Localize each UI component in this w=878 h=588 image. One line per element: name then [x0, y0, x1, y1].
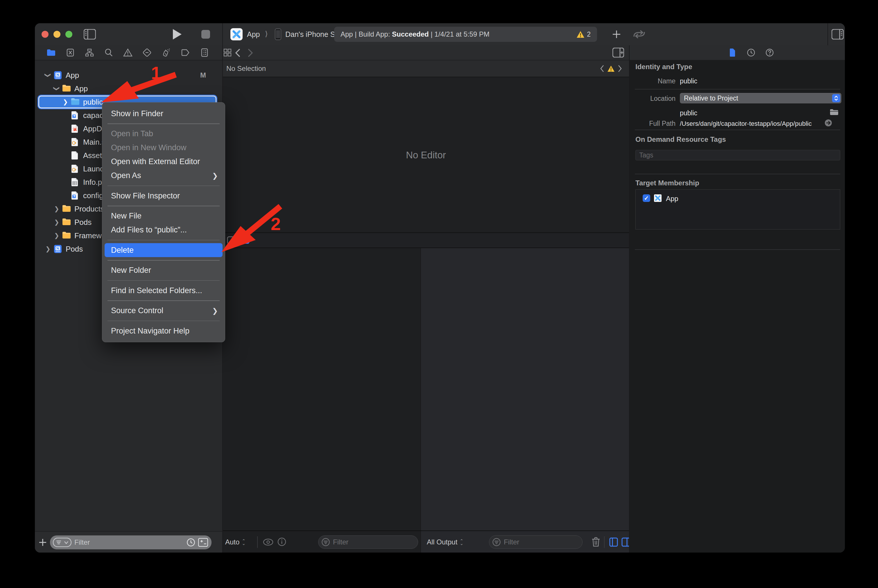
target-membership-header: Target Membership: [635, 179, 699, 187]
menu-item-open-with-external-editor[interactable]: Open with External Editor: [102, 155, 225, 169]
scope-updown-icon: ⌃⌄: [460, 540, 464, 545]
menu-item-source-control[interactable]: Source Control❯: [102, 304, 225, 318]
test-navigator-icon[interactable]: [143, 48, 152, 57]
disclosure-chevron-icon[interactable]: ❯: [45, 246, 51, 252]
disclosure-chevron-icon[interactable]: ❯: [62, 99, 69, 105]
doc-plist-icon: [71, 178, 80, 186]
scheme-app-icon[interactable]: [230, 28, 243, 40]
menu-item-label: Add Files to “public”...: [111, 225, 187, 234]
name-value[interactable]: public: [680, 77, 697, 85]
filter-icon: [492, 538, 501, 546]
device-iphone-icon[interactable]: [275, 28, 281, 40]
run-destination[interactable]: Dan's iPhone SE: [285, 30, 340, 39]
report-navigator-icon[interactable]: [200, 48, 209, 57]
debug-area-toolbar: Auto ⌃⌄ Filter All Output ⌃⌄ Filt: [223, 531, 629, 552]
target-app-icon: [654, 194, 662, 202]
view-mode-eye-icon[interactable]: [263, 538, 273, 546]
menu-item-delete[interactable]: Delete: [105, 243, 222, 257]
add-file-icon[interactable]: [38, 538, 47, 547]
doc-storyboard-icon: [71, 164, 80, 173]
menu-item-show-file-inspector[interactable]: Show File Inspector: [102, 189, 225, 203]
menu-item-open-as[interactable]: Open As❯: [102, 169, 225, 183]
menu-item-label: Find in Selected Folders...: [111, 286, 202, 295]
menu-item-new-file[interactable]: New File: [102, 209, 225, 223]
minimize-window-button[interactable]: [54, 31, 60, 38]
toggle-variables-view-icon[interactable]: [609, 537, 618, 547]
filter-icon: [321, 538, 330, 546]
tab-overview-icon[interactable]: [632, 30, 646, 39]
next-issue-icon[interactable]: [618, 65, 622, 72]
annotation-arrow-1: [96, 68, 180, 109]
inspector-tab-bar: [728, 45, 774, 60]
menu-item-find-in-selected-folders[interactable]: Find in Selected Folders...: [102, 284, 225, 297]
find-navigator-icon[interactable]: [104, 48, 113, 57]
go-forward-icon[interactable]: [248, 48, 253, 57]
scheme-name[interactable]: App: [247, 30, 260, 39]
add-editor-icon[interactable]: [612, 48, 624, 57]
clear-console-trash-icon[interactable]: [592, 537, 600, 547]
submenu-chevron-icon: ❯: [212, 307, 218, 315]
variables-scope-selector[interactable]: Auto ⌃⌄: [225, 538, 246, 546]
jump-bar-selection: No Selection: [226, 64, 266, 73]
open-path-arrow-icon[interactable]: [824, 119, 832, 127]
go-back-icon[interactable]: [235, 48, 240, 57]
symbol-navigator-icon[interactable]: [85, 48, 94, 57]
zoom-window-button[interactable]: [65, 31, 72, 38]
location-dropdown[interactable]: Relative to Project: [680, 93, 841, 104]
menu-item-label: New File: [111, 212, 141, 220]
console-scope-selector[interactable]: All Output ⌃⌄: [427, 538, 464, 546]
menu-item-label: Open in Tab: [111, 129, 153, 138]
info-icon[interactable]: [278, 537, 286, 546]
choose-folder-icon[interactable]: [830, 109, 839, 116]
issue-warning-icon[interactable]: [607, 65, 615, 72]
disclosure-chevron-icon[interactable]: ❯: [54, 219, 60, 226]
tags-input[interactable]: Tags: [635, 150, 840, 160]
issue-navigator-icon[interactable]: [123, 48, 132, 57]
menu-item-new-folder[interactable]: New Folder: [102, 264, 225, 278]
tree-item-label: Framewo: [74, 231, 106, 240]
target-checkbox[interactable]: ✓: [643, 194, 650, 202]
previous-issue-icon[interactable]: [600, 65, 604, 72]
doc-config-icon: [71, 111, 80, 120]
run-button[interactable]: [172, 28, 182, 40]
menu-separator: [108, 123, 220, 124]
debug-navigator-icon[interactable]: [162, 48, 171, 57]
file-inspector-tab[interactable]: [728, 48, 737, 57]
source-control-status-icon[interactable]: [198, 538, 208, 547]
menu-item-project-navigator-help[interactable]: Project Navigator Help: [102, 324, 225, 338]
folder-yellow-icon: [62, 204, 71, 213]
project-navigator-icon[interactable]: [47, 48, 56, 57]
debug-variables-view[interactable]: [223, 248, 420, 531]
editor-jump-bar: No Selection: [223, 60, 629, 77]
toggle-navigator-icon[interactable]: [84, 29, 96, 39]
disclosure-chevron-icon[interactable]: ❯: [54, 206, 60, 212]
console-filter-input[interactable]: Filter: [489, 536, 582, 549]
debug-console[interactable]: [421, 248, 629, 531]
variables-filter-input[interactable]: Filter: [318, 536, 418, 549]
full-path-value: /Users/dan/git/capacitor-testapp/ios/App…: [680, 120, 812, 128]
screenshot-stage: { "toolbar": { "scheme_name": "App", "br…: [0, 0, 878, 588]
annotation-arrow-2: [215, 201, 285, 256]
project-icon: [54, 244, 62, 254]
toggle-inspector-icon[interactable]: [831, 29, 844, 39]
breakpoint-navigator-icon[interactable]: [181, 48, 190, 57]
add-button[interactable]: [612, 30, 621, 39]
navigator-filter-input[interactable]: Filter: [50, 536, 212, 549]
quick-help-inspector-tab[interactable]: [765, 48, 774, 57]
source-control-navigator-icon[interactable]: [66, 48, 75, 57]
menu-item-label: Project Navigator Help: [111, 327, 189, 336]
menu-item-add-files-to-public[interactable]: Add Files to “public”...: [102, 223, 225, 237]
stop-button[interactable]: [201, 30, 210, 39]
activity-status[interactable]: App | Build App: Succeeded | 1/4/21 at 5…: [334, 27, 597, 42]
disclosure-chevron-icon[interactable]: ❯: [54, 232, 60, 239]
target-name[interactable]: App: [666, 195, 678, 203]
identity-section-header: Identity and Type: [635, 63, 692, 71]
close-window-button[interactable]: [42, 31, 48, 38]
editor-related-items-icon[interactable]: [223, 48, 232, 57]
disclosure-chevron-icon[interactable]: ❯: [45, 72, 51, 78]
disclosure-chevron-icon[interactable]: ❯: [53, 86, 60, 92]
tree-item-label: Pods: [66, 244, 83, 254]
warning-badge[interactable]: 2: [576, 30, 591, 38]
history-inspector-tab[interactable]: [746, 48, 756, 57]
recent-files-icon[interactable]: [186, 538, 195, 547]
